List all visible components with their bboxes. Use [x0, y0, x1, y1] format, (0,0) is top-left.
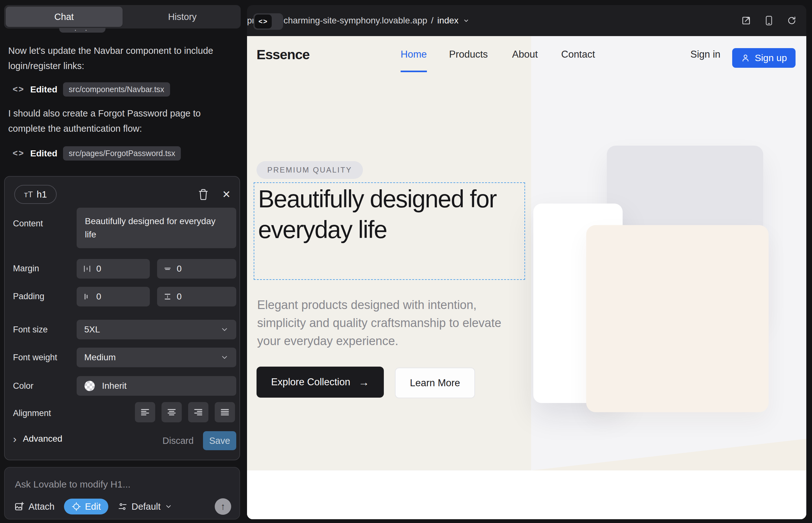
- margin-y-value: 0: [177, 264, 182, 274]
- margin-x-input[interactable]: 0: [77, 259, 150, 278]
- attach-label: Attach: [29, 502, 54, 512]
- chevron-right-icon: ›: [13, 434, 16, 443]
- font-size-label: Font size: [13, 325, 48, 335]
- color-select[interactable]: Inherit: [77, 376, 236, 396]
- chevron-down-icon: [220, 353, 229, 362]
- default-label: Default: [131, 502, 161, 512]
- font-weight-select[interactable]: Medium: [77, 348, 236, 367]
- site-logo[interactable]: Essence: [257, 47, 310, 62]
- url-path: index: [437, 16, 459, 26]
- learn-more-button[interactable]: Learn More: [395, 367, 475, 398]
- attach-button[interactable]: Attach: [14, 502, 54, 512]
- chat-composer: Ask Lovable to modify H1... Attach Edit: [4, 467, 240, 520]
- edit-label: Edit: [85, 502, 101, 512]
- decorative-card-cream: [586, 225, 769, 412]
- chevron-down-icon: [462, 17, 470, 24]
- align-right-button[interactable]: [188, 402, 208, 422]
- send-arrow-icon: ↑: [221, 501, 226, 512]
- sign-up-button[interactable]: Sign up: [732, 48, 796, 68]
- user-icon: [741, 53, 750, 63]
- tab-chat[interactable]: Chat: [6, 7, 123, 27]
- chevron-down-icon: [220, 325, 229, 334]
- hero-description: Elegant products designed with intention…: [257, 296, 507, 350]
- nav-link-about[interactable]: About: [512, 49, 538, 60]
- margin-x-value: 0: [96, 264, 101, 274]
- color-swatch-transparent: [84, 381, 95, 391]
- align-justify-button[interactable]: [215, 402, 235, 422]
- composer-input[interactable]: Ask Lovable to modify H1...: [15, 479, 130, 490]
- preview-viewport: Essence Home Products About Contact Sign…: [247, 36, 806, 519]
- code-icon: <>: [254, 15, 272, 29]
- edited-file-row: <> Edited src/components/Navbar.tsx: [13, 82, 170, 96]
- chevron-down-icon: [165, 503, 172, 510]
- open-in-new-tab-button[interactable]: [739, 14, 753, 28]
- nav-link-products[interactable]: Products: [449, 49, 488, 60]
- sliders-icon: [118, 502, 127, 511]
- edited-file-pill[interactable]: src/pages/ForgotPassword.tsx: [63, 146, 181, 161]
- edited-label: Edited: [30, 148, 58, 159]
- margin-y-input[interactable]: 0: [157, 259, 236, 278]
- sign-in-link[interactable]: Sign in: [690, 49, 721, 60]
- color-label: Color: [13, 381, 34, 391]
- align-left-button[interactable]: [135, 402, 155, 422]
- model-default-selector[interactable]: Default: [118, 502, 172, 512]
- chat-history-tabbar: Chat History: [4, 5, 241, 29]
- scrolled-badge-dots: · ·: [74, 28, 91, 33]
- tab-history[interactable]: History: [124, 5, 241, 29]
- code-view-toggle[interactable]: <>: [253, 13, 283, 30]
- preview-browser-window: <> preview--charming-site-symphony.lovab…: [247, 5, 806, 519]
- advanced-toggle[interactable]: › Advanced: [13, 434, 63, 444]
- edit-mode-button[interactable]: Edit: [64, 499, 108, 515]
- edited-file-pill[interactable]: src/components/Navbar.tsx: [63, 82, 170, 96]
- attach-image-icon: [14, 502, 24, 511]
- padding-label: Padding: [13, 292, 44, 301]
- assistant-message: Now let's update the Navbar component to…: [8, 43, 232, 73]
- margin-vertical-icon: [163, 265, 172, 273]
- url-separator: /: [431, 16, 434, 26]
- edited-file-row: <> Edited src/pages/ForgotPassword.tsx: [13, 146, 181, 161]
- external-link-icon: [741, 16, 751, 26]
- font-size-value: 5XL: [84, 325, 100, 335]
- explore-collection-button[interactable]: Explore Collection →: [257, 366, 384, 398]
- scrolled-badge-partial: · ·: [59, 28, 105, 33]
- align-center-button[interactable]: [161, 402, 182, 422]
- align-justify-icon: [219, 407, 230, 418]
- padding-x-value: 0: [96, 292, 101, 302]
- padding-x-input[interactable]: 0: [77, 287, 150, 306]
- alignment-label: Alignment: [13, 409, 51, 418]
- close-inspector-button[interactable]: ✕: [219, 187, 233, 201]
- element-tag-label: h1: [37, 189, 47, 200]
- edited-label: Edited: [30, 85, 58, 95]
- selected-h1-element[interactable]: Beautifully designed for everyday life: [254, 182, 525, 280]
- padding-y-input[interactable]: 0: [157, 287, 236, 306]
- premium-quality-badge: PREMIUM QUALITY: [257, 161, 363, 179]
- mobile-view-button[interactable]: [762, 14, 776, 28]
- nav-link-home[interactable]: Home: [401, 49, 427, 60]
- hero-heading: Beautifully designed for everyday life: [258, 184, 518, 245]
- refresh-icon: [787, 16, 796, 25]
- content-textarea[interactable]: Beautifully designed for everyday life: [77, 208, 236, 248]
- selected-element-pill: тT h1: [14, 185, 57, 204]
- padding-horizontal-icon: [83, 292, 91, 301]
- font-weight-label: Font weight: [13, 353, 57, 362]
- smartphone-icon: [764, 16, 774, 26]
- nav-link-contact[interactable]: Contact: [561, 49, 595, 60]
- padding-vertical-icon: [163, 292, 172, 301]
- site-navbar: Essence Home Products About Contact Sign…: [247, 36, 806, 72]
- padding-y-value: 0: [177, 292, 182, 302]
- align-center-icon: [166, 407, 177, 418]
- sign-up-label: Sign up: [755, 53, 787, 63]
- discard-button[interactable]: Discard: [162, 436, 194, 446]
- section-below-hero: [247, 470, 806, 519]
- refresh-button[interactable]: [785, 14, 799, 28]
- advanced-label: Advanced: [23, 434, 63, 444]
- margin-horizontal-icon: [83, 265, 91, 273]
- save-button[interactable]: Save: [203, 431, 236, 450]
- delete-element-button[interactable]: [196, 187, 210, 201]
- browser-topbar: <> preview--charming-site-symphony.lovab…: [247, 5, 806, 36]
- font-size-select[interactable]: 5XL: [77, 320, 236, 339]
- composer-toolbar: Attach Edit Default ↑: [14, 498, 231, 515]
- element-inspector-panel: тT h1 ✕ Content Beautifully designed for…: [4, 176, 240, 460]
- send-button[interactable]: ↑: [215, 498, 231, 515]
- content-label: Content: [13, 219, 43, 229]
